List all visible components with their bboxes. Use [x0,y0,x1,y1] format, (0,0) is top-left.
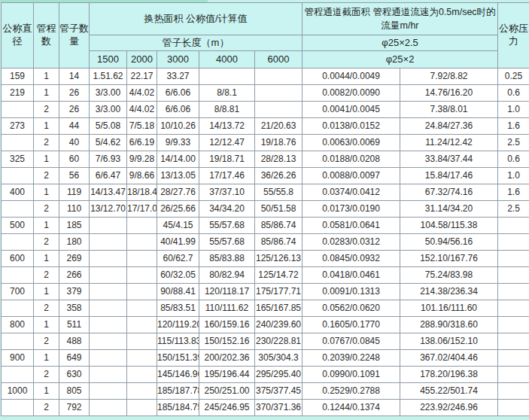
cell-pressure [498,251,529,267]
cell-pressure: 1.0 [498,102,529,118]
cell-area-1500 [90,218,127,234]
cell-area-1500 [90,333,127,350]
cell-diameter [2,168,34,184]
cell-area-2000: 9/9.28 [127,151,157,168]
table-row: 400111914/13.4718/18.4128/27.7637/37.105… [2,184,529,201]
cell-flow-rate: 223.92/246.96 [400,400,498,416]
cell-area-6000: 50/51.58 [255,201,303,218]
cell-flow-rate: 104.58/115.38 [400,218,498,234]
cell-tube-count: 379 [59,284,90,300]
cell-area-2000: 22.17 [127,68,157,85]
cell-area-3000: 115/113.83 [157,333,199,350]
cell-area-2000 [127,400,157,416]
table-row: 218040/41.9955/57.6885/86.740.0283/0.031… [2,234,529,251]
cell-passes: 1 [34,184,59,201]
cell-diameter: 600 [2,251,34,267]
cell-area-3000: 6/6.06 [157,85,199,102]
cell-tube-count: 630 [59,367,90,383]
cell-tube-count: 358 [59,300,90,317]
cell-area-1500: 1.51.62 [90,68,127,85]
cell-pressure [498,367,529,383]
cell-diameter: 219 [2,85,34,102]
cell-flow-rate: 24.84/27.36 [400,118,498,135]
cell-area-1500 [90,367,127,383]
cell-area-3000: 33.27 [157,68,199,85]
cell-pressure: 0.6 [498,151,529,168]
cell-area-3000: 9/9.33 [157,135,199,151]
cell-area-4000: 80/82.94 [199,267,255,284]
cell-area-6000: 370/371.36 [255,400,303,416]
cell-area-4000: 195/196.44 [199,367,255,383]
cell-tube-count: 40 [59,135,90,151]
col-header-length-6000: 6000 [255,51,303,68]
col-header-length-3000: 3000 [157,51,199,68]
cell-passes: 2 [34,267,59,284]
cell-cross-section: 0.0845/0.0932 [303,251,400,267]
cell-area-2000 [127,251,157,267]
cell-pressure [498,234,529,251]
table-row: 235885/83.51110/111.62165/167.850.0562/0… [2,300,529,317]
cell-tube-count: 56 [59,168,90,184]
cell-pressure [498,350,529,367]
table-row: 500118545/4.1555/57.6885/86.740.0581/0.0… [2,218,529,234]
table-row: 2488115/113.83150/152.16230/228.810.0767… [2,333,529,350]
cell-tube-count: 44 [59,118,90,135]
cell-passes: 1 [34,350,59,367]
cell-passes: 1 [34,68,59,85]
cell-tube-count: 649 [59,350,90,367]
cell-area-3000: 26/25.66 [157,201,199,218]
cell-passes: 2 [34,400,59,416]
cell-pressure [498,300,529,317]
cell-area-3000: 185/184.75 [157,400,199,416]
cell-flow-rate: 75.24/83.98 [400,267,498,284]
cell-area-1500 [90,234,127,251]
cell-area-2000 [127,383,157,400]
cell-area-6000: 85/86.74 [255,218,303,234]
cell-flow-rate: 50.94/56.16 [400,234,498,251]
cell-area-4000: 14/13.72 [199,118,255,135]
cell-cross-section: 0.0418/0.0461 [303,267,400,284]
cell-area-1500: 5/5.08 [90,118,127,135]
cell-flow-rate: 138.06/152.10 [400,333,498,350]
table-row: 2263/3.004/4.026/6.068/8.810.0041/0.0045… [2,102,529,118]
page-top-strip [0,0,529,2]
cell-area-1500: 14/13.47 [90,184,127,201]
table-row: 3251607/6.939/9.2814/14.0019/18.7128/28.… [2,151,529,168]
cell-flow-rate: 31.14/34.20 [400,201,498,218]
cell-tube-count: 14 [59,68,90,85]
cell-area-2000: 7/5.18 [127,118,157,135]
cell-tube-count: 60 [59,151,90,168]
cell-passes: 2 [34,168,59,184]
cell-tube-count: 269 [59,251,90,267]
header-tube-length: 管子长度（m） [90,35,303,51]
cell-passes: 1 [34,85,59,102]
cell-area-2000 [127,350,157,367]
header-phi-25x2: φ25×2 [303,51,498,68]
cell-area-4000: 12/12.47 [199,135,255,151]
cell-area-3000: 85/83.51 [157,300,199,317]
cell-pressure: 1.6 [498,184,529,201]
cell-area-1500 [90,400,127,416]
cell-flow-rate: 152.10/167.76 [400,251,498,267]
cell-area-4000: 150/152.16 [199,333,255,350]
table-row: 1591141.51.6222.1733.270.0044/0.00497.92… [2,68,529,85]
cell-diameter: 1000 [2,383,34,400]
cell-flow-rate: 15.84/17.46 [400,168,498,184]
cell-cross-section: 0.0188/0.0208 [303,151,400,168]
cell-area-2000 [127,267,157,284]
cell-cross-section: 0.0088/0.0097 [303,168,400,184]
cell-area-2000 [127,234,157,251]
heat-exchanger-spec-table: 公称直径 管程数 管子数量 换热面积 公称值/计算值 管程通道截面积 管程通道流… [1,2,529,416]
cell-area-1500: 7/6.93 [90,151,127,168]
cell-cross-section: 0.0562/0.0620 [303,300,400,317]
cell-area-2000: 18/18.41 [127,184,157,201]
cell-passes: 1 [34,151,59,168]
cell-diameter: 273 [2,118,34,135]
cell-passes: 2 [34,300,59,317]
cell-tube-count: 805 [59,383,90,400]
cell-area-4000: 85/83.88 [199,251,255,267]
table-row: 2731445/5.087/5.1810/10.2614/13.7221/20.… [2,118,529,135]
cell-area-6000: 165/167.85 [255,300,303,317]
cell-flow-rate: 7.92/8.82 [400,68,498,85]
cell-cross-section: 0.0990/0.1091 [303,367,400,383]
